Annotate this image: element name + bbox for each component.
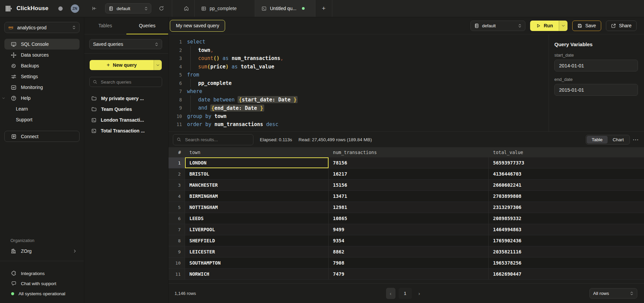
table-cell[interactable]: NORWICH xyxy=(185,269,329,279)
refresh-icon[interactable] xyxy=(157,4,166,13)
table-cell[interactable]: 1765902436 xyxy=(489,235,644,246)
table-cell[interactable]: LEICESTER xyxy=(185,246,329,257)
next-page-button[interactable]: › xyxy=(415,288,424,299)
new-query-button[interactable]: + New query xyxy=(90,60,162,70)
table-cell[interactable]: 15156 xyxy=(329,180,489,190)
table-cell[interactable]: LEEDS xyxy=(185,213,329,224)
sql-editor[interactable]: 1select2town,3count() as num_transaction… xyxy=(168,34,549,131)
table-cell[interactable]: 1965378256 xyxy=(489,257,644,268)
page-size-selector[interactable]: All rows xyxy=(589,288,637,299)
code-line: 7where xyxy=(168,87,549,96)
topbar-tab-pp-complete[interactable]: pp_complete xyxy=(195,0,255,17)
user-avatar[interactable]: ZN xyxy=(71,4,79,13)
table-cell[interactable]: 13471 xyxy=(329,191,489,202)
code-text: town, xyxy=(187,47,549,53)
table-cell[interactable]: 56593977373 xyxy=(489,157,644,168)
topbar-tab-untitled-qu[interactable]: Untitled qu... xyxy=(255,0,315,17)
table-cell[interactable]: 7908 xyxy=(329,257,489,268)
workspace-selector[interactable]: aws analytics-prod xyxy=(4,22,80,33)
table-cell[interactable]: 78156 xyxy=(329,157,489,168)
column-header-town: town xyxy=(185,150,329,155)
saved-query-item-my-private-query[interactable]: My private query ... xyxy=(84,93,168,104)
table-cell[interactable]: NOTTINGHAM xyxy=(185,202,329,213)
connect-button[interactable]: Connect xyxy=(4,131,80,142)
current-page[interactable]: 1 xyxy=(398,288,412,299)
table-cell[interactable]: 2089859332 xyxy=(489,213,644,224)
table-cell[interactable]: LIVERPOOL xyxy=(185,224,329,235)
table-cell[interactable]: 9499 xyxy=(329,224,489,235)
table-cell[interactable]: 2703899808 xyxy=(489,191,644,202)
new-query-dropdown[interactable] xyxy=(154,60,162,70)
run-button[interactable]: Run xyxy=(530,21,559,31)
total-rows-label: 1,146 rows xyxy=(175,291,196,296)
clickhouse-logo xyxy=(6,6,12,11)
saved-query-item-london-transacti[interactable]: London Transacti... xyxy=(84,115,168,125)
row-number-cell: 4 xyxy=(168,191,185,202)
chat-icon xyxy=(11,281,17,286)
organization-item[interactable]: ZOrg xyxy=(0,246,84,256)
new-tab-button[interactable]: + xyxy=(315,0,332,17)
variable-input-end-date[interactable] xyxy=(554,84,638,96)
table-cell[interactable]: LONDON xyxy=(185,157,329,168)
sidebar-footer-all-systems-operational[interactable]: All systems operational xyxy=(0,289,84,299)
collapse-sidebar-icon[interactable] xyxy=(90,4,99,13)
sidebar-item-settings[interactable]: Settings xyxy=(4,71,80,82)
table-cell[interactable]: 7479 xyxy=(329,269,489,279)
search-queries-input[interactable] xyxy=(100,79,159,85)
view-table-button[interactable]: Table xyxy=(587,136,608,144)
table-cell[interactable]: 12981 xyxy=(329,202,489,213)
table-cell[interactable]: MANCHESTER xyxy=(185,180,329,190)
sidebar-footer-chat-with-support[interactable]: Chat with support xyxy=(0,278,84,289)
sidebar-item-support[interactable]: Support xyxy=(4,114,80,125)
sidebar-item-monitoring[interactable]: Monitoring xyxy=(4,82,80,93)
tab-tables[interactable]: Tables xyxy=(84,17,126,34)
table-cell[interactable]: 10865 xyxy=(329,213,489,224)
run-toolbar: default Run Save xyxy=(470,21,637,31)
sidebar-item-label: Data sources xyxy=(21,52,49,58)
variable-input-start-date[interactable] xyxy=(554,60,638,71)
home-button[interactable] xyxy=(178,0,195,17)
sidebar-item-backups[interactable]: Backups xyxy=(4,60,80,71)
folder-icon xyxy=(91,96,97,101)
table-cell[interactable]: SOUTHAMPTON xyxy=(185,257,329,268)
sidebar-item-data-sources[interactable]: Data sources xyxy=(4,50,80,60)
more-options-icon[interactable]: ··· xyxy=(633,137,639,143)
brand-title: ClickHouse xyxy=(17,5,49,12)
table-cell[interactable]: 1464994863 xyxy=(489,224,644,235)
topbar-database-selector[interactable]: default xyxy=(105,3,151,13)
saved-queries-selector[interactable]: Saved queries xyxy=(89,39,162,49)
table-cell[interactable]: BIRMINGHAM xyxy=(185,191,329,202)
tab-queries[interactable]: Queries xyxy=(126,17,168,34)
table-cell[interactable]: 9354 xyxy=(329,235,489,246)
table-cell[interactable]: 2313297306 xyxy=(489,202,644,213)
table-row: 6LEEDS108652089859332 xyxy=(168,213,644,224)
saved-query-tab[interactable]: My new saved query xyxy=(170,20,225,32)
code-text: group by town xyxy=(187,113,549,119)
row-number-cell: 5 xyxy=(168,202,185,213)
run-database-selector[interactable]: default xyxy=(470,21,525,31)
share-button[interactable]: Share xyxy=(606,21,637,31)
save-button[interactable]: Save xyxy=(572,21,601,31)
sidebar-item-learn[interactable]: Learn xyxy=(4,103,80,114)
clickhouse-app: ClickHouse ZN default pp_completeUntitle… xyxy=(0,0,644,303)
table-cell[interactable]: 16217 xyxy=(329,169,489,179)
prev-page-button[interactable]: ‹ xyxy=(386,288,395,299)
saved-query-item-team-queries[interactable]: Team Queries xyxy=(84,104,168,115)
run-options-dropdown[interactable] xyxy=(559,21,568,31)
table-cell[interactable]: BRISTOL xyxy=(185,169,329,179)
table-cell[interactable]: SHEFFIELD xyxy=(185,235,329,246)
table-cell[interactable]: 8862 xyxy=(329,246,489,257)
table-cell[interactable]: 2035821116 xyxy=(489,246,644,257)
table-cell[interactable]: 4136446703 xyxy=(489,169,644,179)
sidebar-footer-integrations[interactable]: Integrations xyxy=(0,268,84,278)
table-cell[interactable]: 1662690447 xyxy=(489,269,644,279)
sidebar-item-sql-console[interactable]: SQL Console xyxy=(4,39,80,50)
sidebar-item-help[interactable]: Help xyxy=(4,93,80,103)
saved-query-item-total-transaction[interactable]: Total Transaction ... xyxy=(84,125,168,136)
table-cell[interactable]: 2660602241 xyxy=(489,180,644,190)
active-tab-underline xyxy=(126,34,168,34)
tab-label: pp_complete xyxy=(210,6,237,11)
view-chart-button[interactable]: Chart xyxy=(608,136,629,144)
sidebar-footer: IntegrationsChat with supportAll systems… xyxy=(0,268,84,299)
search-results-input[interactable] xyxy=(184,137,250,143)
